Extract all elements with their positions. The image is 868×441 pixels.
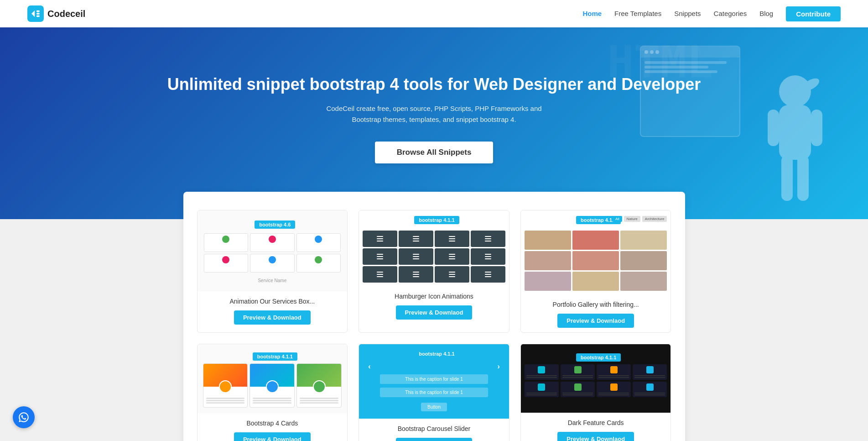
preview-download-btn-3[interactable]: Preview & Downlaod (234, 432, 311, 441)
nav-categories[interactable]: Categories (714, 10, 747, 17)
card-service-name: Service Name (202, 274, 343, 287)
gallery-cell (525, 251, 571, 270)
hamburger-cell (435, 248, 469, 265)
card-body-1: Hamburger Icon Animations Preview & Down… (359, 286, 509, 324)
card-dark: bootstrap 4.1.1 (520, 344, 671, 441)
ham-line (413, 258, 419, 259)
dark-card-item (525, 364, 559, 380)
hero-section: HTML Unlimited snippet bootstrap 4 (0, 27, 868, 219)
ham-line (377, 274, 383, 275)
carousel-caption-2: This is the caption for slide 1 (380, 388, 488, 397)
ham-line (485, 258, 491, 259)
ham-line (485, 238, 491, 239)
ham-line (413, 241, 419, 242)
ham-line (413, 274, 419, 275)
ham-line (449, 256, 455, 257)
dot-blue (315, 236, 322, 243)
svg-rect-9 (797, 155, 809, 201)
ham-line (449, 276, 455, 277)
nav-home[interactable]: Home (582, 10, 602, 17)
nav-snippets[interactable]: Snippets (674, 10, 701, 17)
ham-line (377, 236, 383, 237)
ham-line (485, 276, 491, 277)
ham-line (449, 272, 455, 273)
brand-icon (27, 5, 44, 22)
svg-rect-8 (781, 155, 793, 201)
dark-card-icon (574, 383, 582, 391)
cards-grid-row2: bootstrap 4.1.1 (197, 344, 671, 441)
services-grid (202, 231, 343, 274)
card-thumb-hamburger: bootstrap 4.1.1 (359, 210, 509, 286)
gallery-cell (572, 251, 619, 270)
ham-line (449, 241, 455, 242)
gallery-cell (525, 231, 571, 250)
svg-rect-5 (779, 105, 811, 160)
dark-card-icon (538, 383, 545, 391)
service-item (296, 254, 341, 273)
contribute-button[interactable]: Contribute (786, 6, 841, 21)
ham-line (413, 276, 419, 277)
bs4-cards-row (203, 363, 342, 408)
preview-download-btn-4[interactable]: Preview & Downlaod (396, 438, 473, 441)
carousel-prev-arrow[interactable]: ‹ (368, 362, 370, 371)
dark-card-icon (610, 366, 618, 373)
ham-line (449, 238, 455, 239)
dark-card-item (633, 364, 667, 380)
ham-line (377, 258, 383, 259)
preview-download-btn-0[interactable]: Preview & Downlaod (234, 310, 311, 325)
preview-download-btn-2[interactable]: Preview & Downlaod (557, 314, 634, 328)
ham-line (449, 236, 455, 237)
svg-point-4 (779, 75, 811, 107)
ham-line (485, 241, 491, 242)
hamburger-cell (435, 266, 469, 283)
card-thumb-bs4cards: bootstrap 4.1.1 (198, 344, 348, 413)
ham-line (449, 258, 455, 259)
card-thumb-gallery: bootstrap 4.1.1 All Nature Architecture (521, 210, 671, 294)
ham-line (377, 238, 383, 239)
hamburger-cell (363, 266, 397, 283)
nav-free-templates[interactable]: Free Templates (614, 10, 661, 17)
ham-line (485, 236, 491, 237)
nav-links: Home Free Templates Snippets Categories … (582, 6, 841, 21)
bs4-card-item (203, 363, 248, 408)
card-body-5: Dark Feature Cards Preview & Downlaod (521, 413, 671, 441)
dark-card-icon (646, 366, 654, 373)
dark-card-icon (610, 383, 618, 391)
brand-logo-area[interactable]: Codeceil (27, 5, 85, 22)
service-item (204, 233, 249, 252)
browse-all-snippets-button[interactable]: Browse All Snippets (375, 142, 494, 163)
brand-name: Codeceil (47, 9, 85, 19)
hamburger-cell (399, 266, 433, 283)
svg-rect-1 (36, 10, 40, 12)
preview-download-btn-1[interactable]: Preview & Downlaod (396, 305, 473, 320)
bs4-card-item (296, 363, 342, 408)
gallery-cell (620, 251, 667, 270)
ham-line (413, 238, 419, 239)
dark-card-item (597, 382, 631, 397)
card-thumb-services: bootstrap 4.6 (198, 210, 348, 291)
card-body-0: Animation Our Services Box... Preview & … (198, 291, 348, 329)
hamburger-grid (359, 227, 509, 286)
carousel-next-arrow[interactable]: › (498, 362, 500, 371)
ham-line (413, 272, 419, 273)
hero-character (749, 64, 841, 219)
gallery-cell (620, 272, 667, 291)
preview-download-btn-5[interactable]: Preview & Downlaod (557, 432, 634, 441)
gallery-filter-tabs: All Nature Architecture (613, 216, 667, 222)
card-title-3: Bootstrap 4 Cards (204, 420, 341, 427)
hamburger-cell (399, 231, 433, 247)
carousel-cta-button[interactable]: Button (421, 403, 447, 411)
svg-rect-3 (36, 16, 40, 17)
service-item (296, 233, 341, 252)
dark-card-icon (538, 366, 545, 373)
hamburger-cell (399, 248, 433, 265)
service-item (250, 233, 295, 252)
ham-line (485, 274, 491, 275)
nav-blog[interactable]: Blog (759, 10, 773, 17)
gallery-cell (525, 272, 571, 291)
chat-button[interactable] (13, 406, 35, 428)
hamburger-cell (363, 248, 397, 265)
card-body-2: Portfolio Gallery with filtering... Prev… (521, 294, 671, 332)
gallery-cell (620, 231, 667, 250)
card-title-4: Bootstrap Carousel Slider (365, 425, 503, 432)
